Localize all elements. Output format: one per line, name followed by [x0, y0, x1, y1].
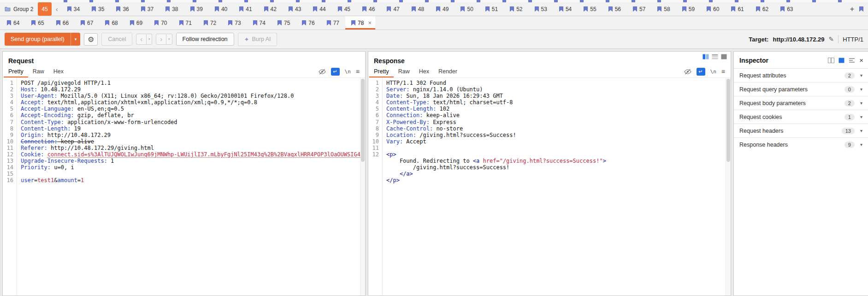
inspector-section-request-headers[interactable]: Request headers13▾: [734, 124, 868, 137]
history-forward-button[interactable]: ›: [156, 34, 166, 45]
repeater-tab-60[interactable]: 60: [701, 2, 725, 16]
repeater-tab-74[interactable]: 74: [247, 16, 272, 30]
response-scrollbar[interactable]: [726, 78, 731, 296]
repeater-tab-57[interactable]: 57: [627, 2, 651, 16]
repeater-tab-76[interactable]: 76: [296, 16, 320, 30]
tab-settings-flag-icon[interactable]: [858, 2, 868, 16]
follow-redirection-button[interactable]: Follow redirection: [176, 33, 234, 46]
view-single-icon[interactable]: [721, 54, 727, 59]
repeater-tab-37[interactable]: 37: [135, 2, 159, 16]
repeater-tab-64[interactable]: 64: [1, 16, 25, 30]
repeater-tab-38[interactable]: 38: [159, 2, 184, 16]
inspector-section-request-query-parameters[interactable]: Request query parameters0▾: [734, 82, 868, 96]
repeater-tab-73[interactable]: 73: [222, 16, 247, 30]
inspector-section-request-attributes[interactable]: Request attributes2▾: [734, 68, 868, 82]
inspector-section-request-body-parameters[interactable]: Request body parameters2▾: [734, 96, 868, 110]
inspector-section-request-cookies[interactable]: Request cookies1▾: [734, 110, 868, 124]
tab-response-pretty[interactable]: Pretty: [369, 65, 394, 77]
response-scrollbar-thumb[interactable]: [726, 79, 730, 162]
close-inspector-icon[interactable]: ×: [859, 56, 863, 64]
repeater-tab-77[interactable]: 77: [321, 16, 345, 30]
repeater-tab-78[interactable]: 78×: [345, 16, 375, 30]
soft-wrap-icon[interactable]: ↵: [697, 68, 705, 76]
repeater-tab-43[interactable]: 43: [283, 2, 307, 16]
repeater-tab-45[interactable]: 45: [332, 2, 356, 16]
edit-target-icon[interactable]: ✎: [828, 36, 834, 43]
response-editor[interactable]: 1HTTP/1.1 302 Found2Server: nginx/1.14.0…: [368, 78, 731, 296]
history-back-dropdown-icon[interactable]: ▾: [147, 34, 153, 45]
repeater-tab-44[interactable]: 44: [307, 2, 331, 16]
repeater-tab-58[interactable]: 58: [651, 2, 676, 16]
tab-response-raw[interactable]: Raw: [394, 65, 414, 77]
editor-menu-icon[interactable]: ≡: [356, 68, 360, 75]
tab-number: 77: [333, 20, 339, 26]
repeater-tab-72[interactable]: 72: [198, 16, 222, 30]
history-forward-dropdown-icon[interactable]: ▾: [166, 34, 172, 45]
request-scrollbar-thumb[interactable]: [361, 79, 365, 162]
repeater-tab-48[interactable]: 48: [406, 2, 430, 16]
tab-group[interactable]: Group 2: [0, 2, 37, 16]
repeater-tab-49[interactable]: 49: [430, 2, 455, 16]
inspector-pinned-icon[interactable]: [838, 58, 844, 63]
soft-wrap-icon[interactable]: ↵: [331, 68, 340, 76]
repeater-tab-34[interactable]: 34: [61, 2, 86, 16]
repeater-tab-54[interactable]: 54: [553, 2, 578, 16]
repeater-tab-61[interactable]: 61: [725, 2, 750, 16]
tab-number: 76: [308, 20, 314, 26]
repeater-tab-66[interactable]: 66: [50, 16, 75, 30]
repeater-tab-68[interactable]: 68: [99, 16, 124, 30]
newline-display-icon[interactable]: \n: [345, 69, 351, 75]
inspector-section-response-headers[interactable]: Response headers9▾: [734, 137, 868, 151]
inspector-layout-icon[interactable]: [828, 58, 834, 63]
repeater-tab-67[interactable]: 67: [75, 16, 99, 30]
cancel-button[interactable]: Cancel: [101, 33, 132, 46]
tab-scroll-left-icon[interactable]: ‹: [53, 2, 61, 16]
newline-display-icon[interactable]: \n: [710, 69, 716, 75]
repeater-tab-75[interactable]: 75: [272, 16, 296, 30]
repeater-tab-50[interactable]: 50: [455, 2, 479, 16]
tab-bookmark-icon: [92, 6, 96, 12]
editor-menu-icon[interactable]: ≡: [721, 68, 725, 75]
add-tab-button[interactable]: +: [846, 2, 858, 16]
repeater-tab-71[interactable]: 71: [173, 16, 198, 30]
repeater-tab-35[interactable]: 35: [86, 2, 110, 16]
repeater-tab-46[interactable]: 46: [356, 2, 381, 16]
request-scrollbar[interactable]: [360, 78, 365, 296]
repeater-tab-70[interactable]: 70: [148, 16, 173, 30]
group-selected-tab[interactable]: 45: [38, 2, 51, 16]
tab-request-raw[interactable]: Raw: [28, 65, 49, 77]
repeater-tab-65[interactable]: 65: [25, 16, 50, 30]
send-group-button[interactable]: Send group (parallel) ▾: [5, 33, 80, 46]
repeater-tab-42[interactable]: 42: [258, 2, 283, 16]
repeater-settings-button[interactable]: ⚙: [84, 33, 98, 46]
repeater-tab-55[interactable]: 55: [578, 2, 602, 16]
repeater-tab-59[interactable]: 59: [676, 2, 701, 16]
repeater-tab-47[interactable]: 47: [381, 2, 405, 16]
view-columns-icon[interactable]: [703, 54, 709, 59]
repeater-tab-63[interactable]: 63: [774, 2, 799, 16]
repeater-tab-62[interactable]: 62: [750, 2, 774, 16]
tab-response-render[interactable]: Render: [434, 65, 462, 77]
repeater-tab-36[interactable]: 36: [110, 2, 135, 16]
burp-ai-button[interactable]: ✦ Burp AI: [238, 33, 278, 46]
repeater-tab-40[interactable]: 40: [209, 2, 233, 16]
view-rows-icon[interactable]: [712, 54, 718, 59]
tab-request-hex[interactable]: Hex: [49, 65, 68, 77]
repeater-tab-56[interactable]: 56: [602, 2, 627, 16]
repeater-tab-53[interactable]: 53: [529, 2, 553, 16]
http-version-selector[interactable]: HTTP/1: [843, 36, 863, 43]
repeater-tab-69[interactable]: 69: [124, 16, 148, 30]
request-editor[interactable]: 1POST /api/givegold HTTP/1.12Host: 10.48…: [3, 78, 365, 296]
history-back-button[interactable]: ‹: [136, 34, 147, 45]
hide-nonprintable-icon[interactable]: [684, 69, 691, 75]
tab-response-hex[interactable]: Hex: [414, 65, 434, 77]
hide-nonprintable-icon[interactable]: [319, 69, 326, 75]
send-dropdown-icon[interactable]: ▾: [71, 33, 81, 46]
tab-request-pretty[interactable]: Pretty: [4, 65, 28, 77]
repeater-tab-41[interactable]: 41: [233, 2, 258, 16]
repeater-tab-39[interactable]: 39: [184, 2, 209, 16]
close-tab-icon[interactable]: ×: [368, 19, 372, 26]
repeater-tab-51[interactable]: 51: [479, 2, 504, 16]
collapse-all-icon[interactable]: [849, 58, 855, 63]
repeater-tab-52[interactable]: 52: [504, 2, 528, 16]
